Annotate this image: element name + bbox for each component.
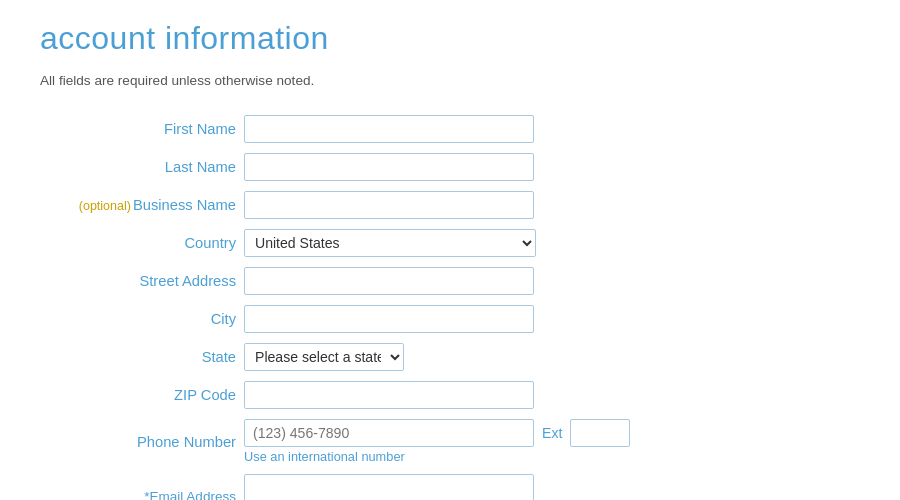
last-name-label: Last Name (40, 148, 240, 186)
phone-row-group: Ext (244, 419, 856, 447)
zip-code-row: ZIP Code (40, 376, 860, 414)
street-address-input[interactable] (244, 267, 534, 295)
page-container: account information All fields are requi… (0, 0, 900, 500)
city-input[interactable] (244, 305, 534, 333)
zip-code-input[interactable] (244, 381, 534, 409)
country-label: Country (40, 224, 240, 262)
state-select[interactable]: Please select a state Alabama Alaska Ari… (244, 343, 404, 371)
phone-hint: Use an international number (244, 449, 856, 464)
first-name-row: First Name (40, 110, 860, 148)
zip-code-label: ZIP Code (40, 376, 240, 414)
phone-number-input[interactable] (244, 419, 534, 447)
business-name-input[interactable] (244, 191, 534, 219)
form-subtitle: All fields are required unless otherwise… (40, 73, 860, 88)
business-name-label: (optional)Business Name (40, 186, 240, 224)
phone-ext-input[interactable] (570, 419, 630, 447)
last-name-input[interactable] (244, 153, 534, 181)
phone-number-label: Phone Number (40, 414, 240, 469)
email-address-row: *Email Address *Your receipt will be sen… (40, 469, 860, 500)
street-address-row: Street Address (40, 262, 860, 300)
email-address-label: *Email Address (40, 469, 240, 500)
page-title: account information (40, 20, 860, 57)
business-name-row: (optional)Business Name (40, 186, 860, 224)
account-form: First Name Last Name (optional)Business … (40, 110, 860, 500)
email-address-input[interactable] (244, 474, 534, 500)
city-label: City (40, 300, 240, 338)
street-address-label: Street Address (40, 262, 240, 300)
first-name-label: First Name (40, 110, 240, 148)
country-select[interactable]: United States Canada United Kingdom Aust… (244, 229, 536, 257)
last-name-row: Last Name (40, 148, 860, 186)
optional-badge: (optional) (79, 199, 131, 213)
phone-number-row: Phone Number Ext Use an international nu… (40, 414, 860, 469)
state-label: State (40, 338, 240, 376)
city-row: City (40, 300, 860, 338)
ext-label: Ext (542, 425, 562, 441)
first-name-input[interactable] (244, 115, 534, 143)
state-row: State Please select a state Alabama Alas… (40, 338, 860, 376)
country-row: Country United States Canada United King… (40, 224, 860, 262)
